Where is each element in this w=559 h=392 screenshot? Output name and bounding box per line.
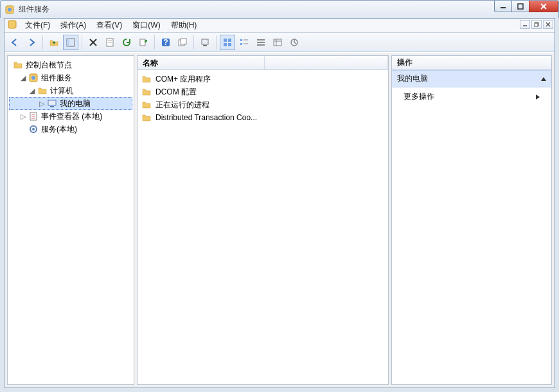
tree-component-services[interactable]: ◢ 组件服务 (9, 71, 132, 84)
maximize-button[interactable] (511, 1, 529, 12)
eventlog-icon (28, 111, 39, 121)
export-button[interactable] (136, 35, 151, 50)
tree-label: 计算机 (50, 85, 73, 96)
tree-panel: 控制台根节点 ◢ 组件服务 ◢ 计算机 ▷ 我 (7, 55, 134, 385)
mdi-minimize-button[interactable] (520, 20, 530, 29)
chevron-right-icon (536, 94, 540, 100)
svg-rect-37 (274, 39, 281, 46)
toolbar-separator (82, 35, 82, 49)
nav-back-button[interactable] (7, 35, 22, 50)
tree-my-computer[interactable]: ▷ 我的电脑 (9, 97, 132, 110)
actions-section-label: 我的电脑 (397, 73, 428, 84)
client-area: 文件(F) 操作(A) 查看(V) 窗口(W) 帮助(H) ? (4, 18, 555, 388)
folder-icon (37, 85, 48, 96)
tree-label: 服务(本地) (41, 124, 77, 135)
mdi-close-button[interactable] (543, 20, 553, 29)
mdi-restore-button[interactable] (531, 20, 542, 29)
menu-action[interactable]: 操作(A) (55, 19, 91, 32)
titlebar: 组件服务 (0, 0, 559, 18)
show-tree-button[interactable] (63, 35, 78, 50)
actions-item-label: 更多操作 (404, 91, 434, 102)
menu-help[interactable]: 帮助(H) (166, 19, 202, 32)
view-list-button[interactable] (253, 35, 269, 50)
column-name[interactable]: 名称 (138, 56, 265, 69)
delete-button[interactable] (85, 35, 101, 50)
actions-section-header[interactable]: 我的电脑 (392, 70, 551, 87)
list-item-label: COM+ 应用程序 (155, 74, 211, 85)
minimize-button[interactable] (494, 1, 512, 12)
list-item-label: 正在运行的进程 (155, 100, 209, 111)
close-button[interactable] (529, 1, 558, 12)
view-small-button[interactable] (236, 35, 252, 50)
list-item[interactable]: 正在运行的进程 (139, 98, 387, 111)
tree-label: 控制台根节点 (26, 60, 72, 71)
help-button[interactable]: ? (158, 35, 173, 50)
svg-rect-19 (140, 39, 145, 46)
refresh-button[interactable] (119, 35, 134, 50)
view-status-button[interactable] (287, 35, 302, 50)
tree-services[interactable]: 服务(本地) (9, 123, 132, 136)
list-item-label: DCOM 配置 (155, 87, 197, 98)
list-panel: 名称 COM+ 应用程序 DCOM 配置 正在运行的进程 (137, 55, 389, 385)
collapse-icon[interactable]: ◢ (19, 74, 27, 82)
properties-button[interactable] (102, 35, 118, 50)
expand-icon[interactable]: ▷ (38, 100, 46, 108)
list-item[interactable]: COM+ 应用程序 (139, 73, 387, 85)
svg-rect-3 (518, 4, 523, 9)
svg-rect-30 (240, 39, 242, 41)
svg-rect-29 (228, 43, 231, 46)
menubar: 文件(F) 操作(A) 查看(V) 窗口(W) 帮助(H) (4, 19, 555, 33)
svg-rect-6 (8, 21, 16, 28)
folder-icon (141, 112, 152, 123)
toolbar-separator (154, 35, 155, 49)
svg-rect-43 (48, 100, 56, 105)
svg-rect-32 (240, 43, 242, 45)
nav-forward-button[interactable] (24, 35, 39, 50)
up-button[interactable] (46, 35, 62, 50)
tree-root[interactable]: 控制台根节点 (9, 58, 132, 71)
tree-body[interactable]: 控制台根节点 ◢ 组件服务 ◢ 计算机 ▷ 我 (8, 56, 134, 384)
svg-rect-26 (224, 39, 227, 42)
list-body[interactable]: COM+ 应用程序 DCOM 配置 正在运行的进程 Distributed Tr… (138, 70, 388, 384)
toolbar-separator (216, 35, 217, 49)
toolbar-separator (193, 35, 194, 49)
gear-icon (28, 124, 39, 134)
menu-view[interactable]: 查看(V) (91, 19, 127, 32)
menu-window[interactable]: 窗口(W) (127, 19, 165, 32)
collapse-up-icon (541, 77, 546, 81)
svg-text:?: ? (163, 38, 168, 47)
tree-computers[interactable]: ◢ 计算机 (9, 84, 132, 97)
svg-point-50 (32, 128, 35, 130)
svg-rect-44 (50, 106, 54, 107)
folder-icon (13, 60, 23, 70)
svg-point-1 (8, 8, 12, 12)
svg-rect-27 (228, 39, 231, 42)
app-window: 组件服务 文件(F) 操作(A) 查看(V) 窗口(W) 帮助(H) (0, 0, 559, 392)
view-large-button[interactable] (220, 35, 235, 50)
component-icon (28, 73, 39, 83)
new-window-button[interactable] (175, 35, 190, 50)
tree-label: 我的电脑 (60, 98, 91, 109)
svg-rect-24 (202, 39, 208, 44)
list-item[interactable]: DCOM 配置 (139, 85, 387, 98)
folder-icon (141, 74, 152, 84)
expand-icon[interactable]: ▷ (19, 112, 27, 121)
computer-button[interactable] (197, 35, 213, 50)
actions-header: 操作 (392, 56, 551, 70)
folder-icon (141, 87, 152, 97)
list-header: 名称 (138, 56, 388, 70)
tree-event-viewer[interactable]: ▷ 事件查看器 (本地) (9, 110, 132, 123)
toolbar-separator (42, 35, 43, 49)
menu-file[interactable]: 文件(F) (20, 19, 55, 32)
actions-more-item[interactable]: 更多操作 (392, 87, 551, 106)
svg-rect-9 (535, 23, 538, 26)
window-buttons (495, 1, 558, 18)
list-item[interactable]: Distributed Transaction Coo... (139, 111, 387, 124)
svg-point-42 (31, 76, 35, 80)
actions-panel: 操作 我的电脑 更多操作 (391, 55, 552, 385)
svg-rect-25 (203, 45, 207, 46)
view-detail-button[interactable] (270, 35, 285, 50)
tree-label: 事件查看器 (本地) (41, 111, 102, 122)
collapse-icon[interactable]: ◢ (28, 87, 36, 95)
app-icon (4, 4, 15, 15)
